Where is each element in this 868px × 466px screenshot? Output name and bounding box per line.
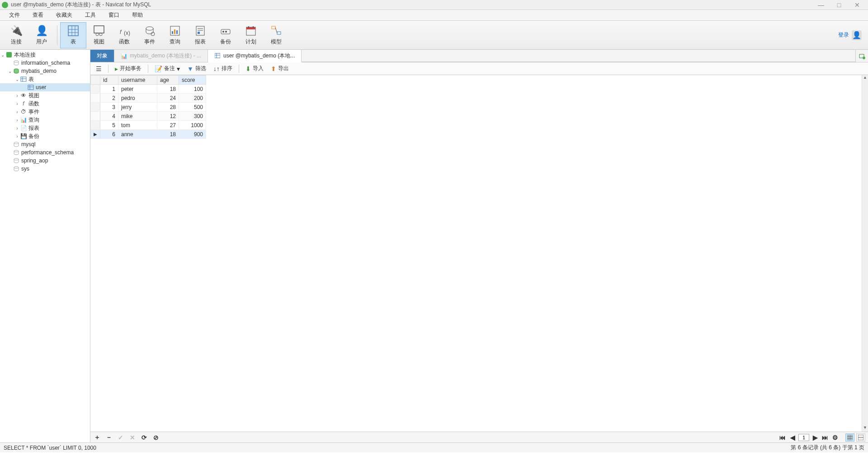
tree-folder-table[interactable]: ⌄ 表 (0, 75, 90, 83)
cell-score[interactable]: 100 (179, 85, 206, 94)
scroll-up-icon[interactable]: ▲ (862, 75, 868, 81)
tree-folder-view[interactable]: › 👁 视图 (0, 91, 90, 100)
tree-folder-query[interactable]: › 📊 查询 (0, 116, 90, 124)
first-page-button[interactable]: ⏮ (778, 434, 787, 441)
col-header-id[interactable]: id (100, 76, 118, 85)
menu-view[interactable]: 查看 (26, 11, 50, 19)
scroll-track[interactable] (862, 81, 868, 425)
apply-button[interactable]: ✓ (117, 434, 125, 441)
cell-id[interactable]: 2 (100, 94, 118, 103)
menu-tools[interactable]: 工具 (79, 11, 102, 19)
login-area[interactable]: 登录 👤 (838, 30, 864, 40)
menu-window[interactable]: 窗口 (102, 11, 126, 19)
tree-connection[interactable]: ⌄ 本地连接 (0, 51, 90, 59)
cell-username[interactable]: mike (118, 112, 157, 121)
ribbon-function[interactable]: f(x) 函数 (112, 22, 137, 48)
close-button[interactable]: ✕ (848, 1, 866, 9)
tab-mybatis-demo[interactable]: 📊 mybatis_demo (本地连接) - ... (114, 50, 208, 62)
memo-button[interactable]: 📝备注▾ (152, 64, 183, 74)
cell-score[interactable]: 200 (179, 94, 206, 103)
expand-arrow-icon[interactable]: ⌄ (14, 77, 20, 82)
expand-arrow-icon[interactable]: ⌄ (0, 52, 5, 57)
delete-record-button[interactable]: － (105, 433, 113, 442)
filter-button[interactable]: ▼筛选 (184, 64, 209, 74)
table-row[interactable]: ▶6anne18900 (91, 130, 206, 139)
grid-view-button[interactable] (845, 433, 854, 442)
collapse-arrow-icon[interactable]: › (14, 134, 20, 139)
cell-score[interactable]: 900 (179, 130, 206, 139)
cell-score[interactable]: 1000 (179, 121, 206, 130)
form-view-button[interactable] (856, 433, 865, 442)
cell-age[interactable]: 24 (157, 94, 179, 103)
tree-folder-report[interactable]: › 📄 报表 (0, 124, 90, 132)
col-header-username[interactable]: username (118, 76, 157, 85)
ribbon-event[interactable]: 事件 (137, 22, 162, 48)
data-grid[interactable]: id username age score 1peter181002pedro2… (90, 75, 868, 432)
tree-folder-function[interactable]: › f 函数 (0, 100, 90, 108)
table-row[interactable]: 2pedro24200 (91, 94, 206, 103)
page-input[interactable] (798, 434, 809, 441)
last-page-button[interactable]: ⏭ (821, 434, 829, 441)
cell-username[interactable]: peter (118, 85, 157, 94)
prev-page-button[interactable]: ◀ (788, 434, 797, 441)
menu-favorites[interactable]: 收藏夹 (50, 11, 79, 19)
cell-username[interactable]: jerry (118, 103, 157, 112)
cell-id[interactable]: 6 (100, 130, 118, 139)
cell-id[interactable]: 3 (100, 103, 118, 112)
export-button[interactable]: ⬆导出 (268, 64, 292, 74)
col-header-score[interactable]: score (179, 76, 206, 85)
minimize-button[interactable]: — (812, 1, 830, 9)
tree-db-mysql[interactable]: mysql (0, 140, 90, 148)
table-row[interactable]: 3jerry28500 (91, 103, 206, 112)
tree-db-spring-aop[interactable]: spring_aop (0, 157, 90, 165)
cell-id[interactable]: 5 (100, 121, 118, 130)
stop-button[interactable]: ⊘ (152, 434, 160, 441)
collapse-arrow-icon[interactable]: › (14, 93, 20, 98)
tree-db-mybatis-demo[interactable]: ⌄ mybatis_demo (0, 67, 90, 75)
cell-age[interactable]: 28 (157, 103, 179, 112)
collapse-arrow-icon[interactable]: › (14, 109, 20, 114)
tab-objects[interactable]: 对象 (90, 50, 114, 62)
cell-id[interactable]: 1 (100, 85, 118, 94)
expand-arrow-icon[interactable]: ⌄ (7, 69, 13, 74)
cell-score[interactable]: 300 (179, 112, 206, 121)
maximize-button[interactable]: □ (830, 1, 848, 9)
cell-username[interactable]: tom (118, 121, 157, 130)
add-record-button[interactable]: ＋ (93, 433, 101, 442)
tree-folder-backup[interactable]: › 💾 备份 (0, 132, 90, 140)
ribbon-schedule[interactable]: 计划 (238, 22, 264, 48)
sort-button[interactable]: ↓↑排序 (211, 64, 235, 74)
cell-username[interactable]: pedro (118, 94, 157, 103)
tree-db-performance-schema[interactable]: performance_schema (0, 148, 90, 157)
collapse-arrow-icon[interactable]: › (14, 101, 20, 106)
tab-overflow-button[interactable] (855, 50, 868, 62)
ribbon-view[interactable]: 视图 (86, 22, 112, 48)
menu-toggle-button[interactable]: ☰ (93, 64, 104, 74)
ribbon-user[interactable]: 👤 用户 (29, 22, 54, 48)
cell-id[interactable]: 4 (100, 112, 118, 121)
settings-button[interactable]: ⚙ (831, 434, 839, 441)
refresh-button[interactable]: ⟳ (140, 434, 148, 441)
collapse-arrow-icon[interactable]: › (14, 118, 20, 123)
table-row[interactable]: 5tom271000 (91, 121, 206, 130)
scroll-down-icon[interactable]: ▼ (862, 425, 868, 432)
cell-username[interactable]: anne (118, 130, 157, 139)
cell-age[interactable]: 27 (157, 121, 179, 130)
ribbon-report[interactable]: 报表 (188, 22, 213, 48)
ribbon-model[interactable]: 模型 (264, 22, 289, 48)
cell-age[interactable]: 18 (157, 85, 179, 94)
next-page-button[interactable]: ▶ (811, 434, 819, 441)
table-row[interactable]: 1peter18100 (91, 85, 206, 94)
tree-folder-event[interactable]: › ⏱ 事件 (0, 108, 90, 116)
collapse-arrow-icon[interactable]: › (14, 126, 20, 131)
ribbon-backup[interactable]: 备份 (213, 22, 238, 48)
cell-age[interactable]: 12 (157, 112, 179, 121)
tree-table-user[interactable]: user (0, 83, 90, 91)
begin-transaction-button[interactable]: ▸开始事务 (112, 64, 144, 74)
ribbon-table[interactable]: 表 (60, 22, 86, 48)
ribbon-query[interactable]: 查询 (162, 22, 188, 48)
tab-user-table[interactable]: user @mybatis_demo (本地... (208, 50, 302, 62)
import-button[interactable]: ⬇导入 (243, 64, 266, 74)
col-header-age[interactable]: age (157, 76, 179, 85)
menu-help[interactable]: 帮助 (126, 11, 149, 19)
